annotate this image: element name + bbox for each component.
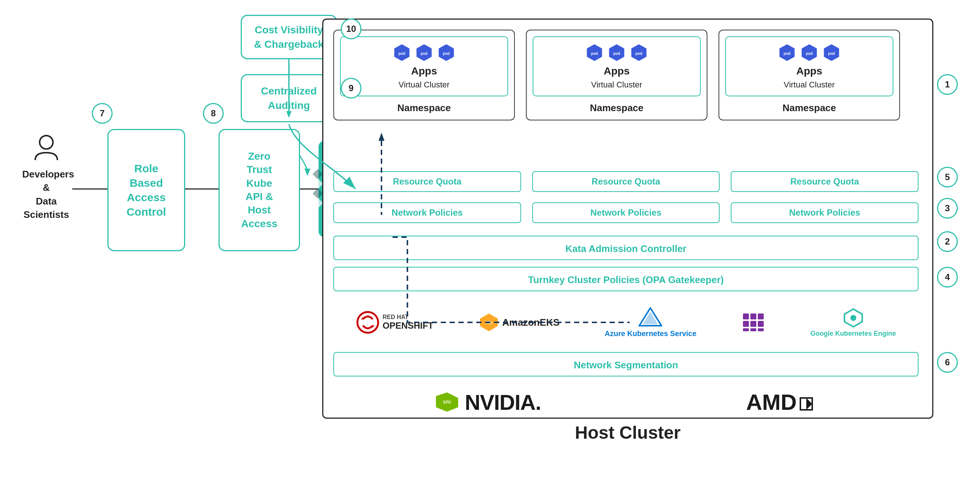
openshift-icon [356,311,380,334]
aks-logo: Azure Kubernetes Service [605,307,696,338]
user-label: Developers & Data Scientists [22,167,70,221]
svg-text:GPU: GPU [443,400,451,404]
resource-quota-1: Resource Quota [333,171,521,192]
svg-text:pod: pod [399,51,405,56]
eks-icon: K8s [479,312,499,333]
svg-text:pod: pod [806,51,813,56]
pod-icon: pod [585,43,604,62]
eks-logo: K8s AmazonEKS [479,312,560,333]
svg-rect-45 [750,328,756,331]
amd-text: AMD [746,390,816,415]
pod-row-1: pod pod pod [392,43,456,62]
rbac-label: Role Based Access Control [127,161,166,219]
zerotrust-box: Zero Trust Kube API & Host Access [218,129,300,251]
diagram-container: Developers & Data Scientists 7 Role Base… [0,0,980,478]
pod-icon: pod [392,43,412,62]
virtual-cluster-label-1: Virtual Cluster [399,80,450,90]
namespace-col-3: pod pod pod Apps Virtual Cluster Namespa… [719,30,900,120]
namespace-label-3: Namespace [783,102,836,114]
namespace-col-2: pod pod pod Apps Virtual Cluster Namespa… [526,30,707,120]
nvidia-text: NVIDIA. [465,390,541,415]
virtual-cluster-label-2: Virtual Cluster [591,80,642,90]
eks-text: AmazonEKS [502,317,560,328]
svg-rect-39 [750,314,756,319]
svg-text:K8s: K8s [485,320,493,325]
svg-rect-44 [743,328,749,331]
badge-1: 1 [937,74,958,95]
svg-rect-38 [743,314,749,319]
namespace-label-2: Namespace [590,102,644,114]
virtual-cluster-label-3: Virtual Cluster [784,80,835,90]
svg-point-31 [357,312,378,333]
apps-label-1: Apps [411,65,437,77]
svg-text:pod: pod [613,51,620,56]
badge-10: 10 [341,19,361,39]
pod-icon: pod [629,43,649,62]
pod-icon: pod [414,43,434,62]
resource-quota-3: Resource Quota [731,171,918,192]
amd-icon [797,394,816,414]
purple-grid-logo [741,312,765,333]
svg-point-48 [850,315,856,321]
badge-5: 5 [937,167,958,188]
svg-marker-37 [643,312,658,324]
badge-6: 6 [937,352,958,373]
badge-9: 9 [341,78,361,99]
vendor-logos-row: GPU NVIDIA. AMD [333,389,918,415]
amd-logo: AMD [746,389,816,415]
badge-2: 2 [937,231,958,252]
zerotrust-label: Zero Trust Kube API & Host Access [241,150,277,231]
azure-icon [638,307,662,328]
svg-text:pod: pod [421,51,427,56]
pod-icon: pod [822,43,841,62]
k8s-logos-row: RED HAT OPENSHIFT K8s AmazonEKS Azure Ku… [333,304,918,341]
gke-icon [843,308,864,328]
svg-text:pod: pod [828,51,835,56]
svg-text:pod: pod [784,51,791,56]
badge-3: 3 [937,198,958,218]
rbac-box: Role Based Access Control [107,129,185,251]
network-segmentation-box: Network Segmentation [333,352,918,376]
pod-icon: pod [777,43,797,62]
svg-marker-52 [806,398,812,410]
host-cluster-label: Host Cluster [322,422,933,443]
openshift-logo: RED HAT OPENSHIFT [356,311,433,334]
svg-marker-6 [304,169,310,176]
grid-icon [741,312,765,333]
resource-quota-row: Resource Quota Resource Quota Resource Q… [333,171,918,192]
namespace-inner-1: pod pod pod Apps Virtual Cluster [340,36,508,96]
auditing-label: Centralized Auditing [261,84,317,113]
svg-rect-46 [758,328,764,331]
resource-quota-2: Resource Quota [532,171,720,192]
nvidia-icon: GPU [436,392,462,412]
svg-rect-41 [743,321,749,327]
aks-text: Azure Kubernetes Service [605,330,696,338]
badge-4: 4 [937,267,958,288]
gke-text: Google Kubernetes Engine [810,330,896,338]
svg-marker-32 [361,317,363,320]
namespace-inner-3: pod pod pod Apps Virtual Cluster [725,36,893,96]
pod-row-3: pod pod pod [777,43,841,62]
gke-logo: Google Kubernetes Engine [810,308,896,338]
pod-icon: pod [800,43,819,62]
network-policies-3: Network Policies [731,202,918,223]
badge-8: 8 [203,103,224,124]
namespace-label-1: Namespace [398,102,451,114]
namespace-inner-2: pod pod pod Apps Virtual Cluster [533,36,701,96]
user-figure: Developers & Data Scientists [22,134,70,221]
svg-point-12 [40,135,53,149]
openshift-text: RED HAT OPENSHIFT [383,314,433,331]
network-policies-1: Network Policies [333,202,521,223]
svg-rect-40 [758,314,764,319]
network-policies-2: Network Policies [532,202,720,223]
nvidia-logo: GPU NVIDIA. [436,390,541,415]
svg-rect-43 [758,321,764,327]
apps-label-2: Apps [604,65,630,77]
svg-marker-33 [372,325,374,328]
kata-box: Kata Admission Controller [333,236,918,260]
turnkey-box: Turnkey Cluster Policies (OPA Gatekeeper… [333,267,918,291]
cost-label: Cost Visibility & Chargeback [254,22,324,51]
svg-text:pod: pod [636,51,642,56]
svg-text:pod: pod [443,51,450,56]
pod-icon: pod [607,43,626,62]
